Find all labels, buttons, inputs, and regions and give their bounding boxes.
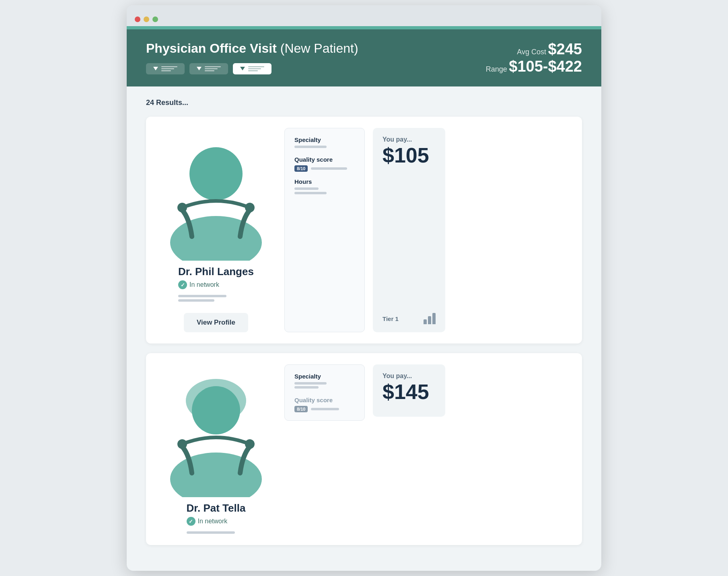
quality-bar-row-2: 8/10	[294, 406, 355, 412]
specialty-bar-2	[294, 382, 327, 385]
network-text-2: In network	[198, 518, 228, 525]
quality-badge-2: 8/10	[294, 406, 308, 412]
range-value: $105-$422	[509, 58, 582, 75]
svg-point-0	[170, 216, 262, 261]
doctor-name-info-2: Dr. Pat Tella In network	[187, 502, 246, 534]
doctor-pricing-1: You pay... $105 Tier 1	[373, 128, 445, 332]
avg-cost-row: Avg Cost $245	[486, 41, 582, 58]
quality-label-2: Quality score	[294, 397, 355, 403]
network-check-icon-2	[187, 517, 195, 526]
filter-line	[248, 70, 258, 71]
page-header: Physician Office Visit (New Patient)	[127, 29, 601, 86]
quality-bar-row-1: 8/10	[294, 165, 355, 172]
you-pay-amount-1: $105	[383, 145, 436, 166]
doctor-name-2: Dr. Pat Tella	[187, 502, 246, 514]
filter-line	[248, 66, 264, 67]
avg-cost-label: Avg Cost	[517, 48, 546, 56]
doctor-avatar-2	[156, 364, 276, 497]
quality-section-2: Quality score 8/10	[294, 397, 355, 412]
you-pay-section-2: You pay... $145	[383, 372, 436, 402]
filter-line	[161, 66, 177, 67]
funnel-icon-2	[197, 67, 202, 70]
range-label: Range	[486, 65, 507, 73]
filter-line	[205, 68, 218, 69]
specialty-label-2: Specialty	[294, 373, 355, 380]
specialty-section-2: Specialty	[294, 373, 355, 390]
header-left: Physician Office Visit (New Patient)	[146, 41, 358, 74]
filter-lines-2	[205, 66, 221, 71]
address-line	[178, 295, 226, 297]
address-lines-2	[187, 531, 246, 534]
quality-section-1: Quality score 8/10	[294, 156, 355, 172]
specialty-section-1: Specialty	[294, 136, 355, 150]
filter-button-2[interactable]	[189, 63, 228, 74]
accent-bar	[127, 26, 601, 29]
filter-line	[205, 70, 214, 71]
network-text-1: In network	[189, 281, 219, 288]
specialty-bar-1	[294, 146, 327, 148]
doctor-pricing-2: You pay... $145	[373, 364, 445, 417]
doctor-details-1: Specialty Quality score 8/10 Hours	[284, 128, 365, 332]
title-bold: Physician Office Visit	[146, 41, 277, 56]
quality-badge-1: 8/10	[294, 165, 308, 172]
network-check-icon-1	[178, 280, 187, 289]
svg-point-6	[192, 386, 240, 434]
view-profile-button-1[interactable]: View Profile	[184, 313, 248, 332]
address-line	[178, 299, 214, 302]
quality-bar-2	[311, 408, 339, 410]
filter-line	[205, 66, 221, 67]
filter-lines-1	[161, 66, 177, 71]
funnel-icon-3	[240, 67, 245, 70]
quality-bar-1	[311, 167, 347, 170]
you-pay-label-2: You pay...	[383, 372, 436, 380]
browser-window: Physician Office Visit (New Patient)	[127, 5, 601, 571]
address-line	[187, 531, 235, 534]
main-content: 24 Results... Dr. P	[127, 86, 601, 571]
you-pay-section-1: You pay... $105	[383, 136, 436, 166]
results-count: 24 Results...	[146, 99, 582, 107]
hours-section-1: Hours	[294, 178, 355, 196]
doctor-card-1: Dr. Phil Langes In network View Profile …	[146, 117, 582, 344]
hours-bar-1a	[294, 187, 319, 190]
filter-button-1[interactable]	[146, 63, 185, 74]
tier-row-1: Tier 1	[383, 313, 436, 324]
you-pay-label-1: You pay...	[383, 136, 436, 143]
filter-bar	[146, 63, 358, 74]
tier-chart-icon-1	[424, 313, 436, 324]
network-badge-2: In network	[187, 517, 246, 526]
doctor-details-2: Specialty Quality score 8/10	[284, 364, 365, 421]
chart-bar-3	[432, 313, 436, 324]
you-pay-amount-2: $145	[383, 381, 436, 402]
page-title: Physician Office Visit (New Patient)	[146, 41, 358, 56]
doctor-left-section: Dr. Phil Langes In network View Profile	[156, 128, 276, 332]
filter-lines-3	[248, 66, 264, 71]
range-row: Range $105-$422	[486, 58, 582, 75]
svg-point-4	[170, 453, 262, 497]
browser-chrome	[127, 5, 601, 26]
tier-label-1: Tier 1	[383, 315, 399, 322]
specialty-label-1: Specialty	[294, 136, 355, 143]
filter-button-3[interactable]	[233, 63, 271, 74]
chart-bar-2	[428, 316, 431, 324]
doctor-avatar-1	[156, 128, 276, 261]
network-badge-1: In network	[178, 280, 254, 289]
filter-line	[161, 70, 171, 71]
filter-line	[161, 68, 174, 69]
minimize-dot[interactable]	[144, 16, 149, 22]
chart-bar-1	[424, 319, 427, 324]
maximize-dot[interactable]	[152, 16, 158, 22]
title-regular: (New Patient)	[277, 41, 358, 56]
avg-cost-value: $245	[548, 41, 582, 58]
address-lines-1	[178, 295, 254, 302]
doctor-name-info: Dr. Phil Langes In network	[178, 265, 254, 302]
funnel-icon-1	[153, 67, 158, 70]
svg-point-1	[189, 147, 243, 200]
doctor-name-1: Dr. Phil Langes	[178, 265, 254, 278]
hours-bar-1b	[294, 192, 327, 194]
header-right: Avg Cost $245 Range $105-$422	[486, 41, 582, 75]
doctor-left-section-2: Dr. Pat Tella In network	[156, 364, 276, 534]
specialty-bar-2b	[294, 386, 319, 389]
close-dot[interactable]	[135, 16, 140, 22]
quality-label-1: Quality score	[294, 156, 355, 163]
doctor-card-2: Dr. Pat Tella In network Specialty	[146, 353, 582, 545]
